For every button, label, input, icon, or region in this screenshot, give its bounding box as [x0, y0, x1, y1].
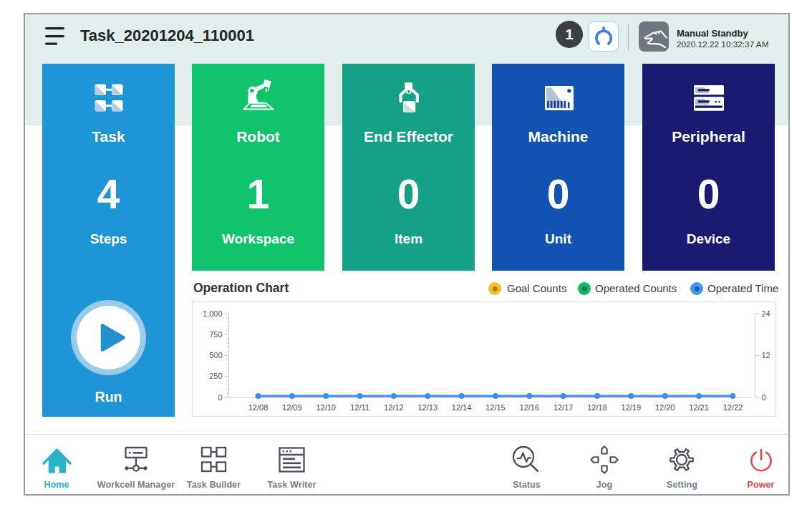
svg-text:250: 250	[209, 372, 222, 380]
svg-text:12/18: 12/18	[587, 403, 607, 412]
svg-text:12/10: 12/10	[316, 403, 336, 412]
svg-text:0: 0	[218, 393, 222, 402]
svg-text:0: 0	[762, 393, 766, 402]
svg-text:12/15: 12/15	[485, 403, 506, 412]
svg-text:1,000: 1,000	[203, 309, 223, 318]
svg-text:12/22: 12/22	[723, 403, 743, 412]
svg-text:12/21: 12/21	[689, 403, 709, 412]
svg-text:12/16: 12/16	[520, 403, 540, 412]
svg-text:12: 12	[762, 351, 770, 359]
svg-text:12/14: 12/14	[452, 403, 472, 412]
svg-text:12/17: 12/17	[554, 403, 574, 412]
svg-text:12/20: 12/20	[655, 403, 675, 412]
svg-text:12/19: 12/19	[622, 403, 642, 412]
svg-text:24: 24	[762, 309, 770, 318]
svg-text:12/08: 12/08	[248, 403, 269, 412]
svg-text:12/12: 12/12	[384, 403, 404, 412]
svg-text:500: 500	[209, 351, 222, 359]
svg-text:12/11: 12/11	[350, 403, 369, 412]
svg-text:12/09: 12/09	[282, 403, 302, 412]
svg-text:12/13: 12/13	[417, 403, 438, 412]
svg-text:750: 750	[209, 330, 222, 339]
